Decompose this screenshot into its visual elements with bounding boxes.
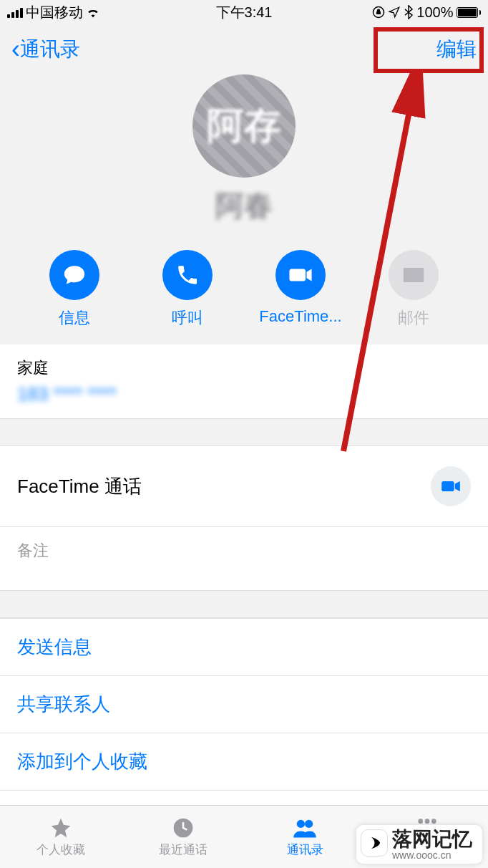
mail-label: 邮件 (398, 307, 429, 329)
tab-favorites[interactable]: 个人收藏 (0, 806, 122, 868)
video-icon (441, 476, 461, 496)
phone-cell[interactable]: 家庭 183 **** **** (0, 344, 488, 419)
message-icon (49, 250, 99, 300)
svg-point-5 (418, 819, 423, 824)
message-label: 信息 (59, 307, 90, 329)
share-contact-link[interactable]: 共享联系人 (0, 676, 488, 733)
battery-icon (457, 7, 482, 18)
notes-cell[interactable]: 备注 (0, 527, 488, 591)
tab-contacts-label: 通讯录 (287, 842, 323, 858)
mail-button: 邮件 (374, 250, 453, 329)
video-icon (275, 250, 326, 300)
status-bar: 中国移动 下午3:41 100% (0, 0, 488, 24)
clock-icon (170, 816, 196, 839)
back-label: 通讯录 (20, 36, 80, 63)
facetime-row-label: FaceTime 通话 (17, 474, 142, 499)
tab-recents-label: 最近通话 (159, 842, 208, 858)
watermark-logo-icon (361, 829, 388, 857)
nav-bar: ‹ 通讯录 编辑 (0, 24, 488, 74)
edit-button[interactable]: 编辑 (436, 36, 477, 63)
svg-point-7 (431, 819, 436, 824)
section-gap (0, 591, 488, 618)
tab-recents[interactable]: 最近通话 (122, 806, 245, 868)
contact-name: 阿春 (0, 186, 488, 226)
facetime-label: FaceTime... (259, 307, 341, 326)
add-favorite-link[interactable]: 添加到个人收藏 (0, 733, 488, 791)
carrier-label: 中国移动 (26, 3, 83, 22)
location-icon (388, 6, 401, 19)
call-label: 呼叫 (172, 307, 203, 329)
message-button[interactable]: 信息 (35, 250, 114, 329)
watermark-url: www.oooc.cn (392, 849, 472, 861)
facetime-video-button[interactable] (431, 466, 471, 506)
status-time: 下午3:41 (216, 3, 273, 22)
status-right: 100% (372, 4, 481, 21)
phone-label: 家庭 (17, 357, 471, 379)
svg-point-3 (297, 819, 305, 827)
watermark: 落网记忆 www.oooc.cn (356, 825, 482, 864)
contact-actions: 信息 呼叫 FaceTime... 邮件 (0, 238, 488, 344)
contacts-icon (292, 816, 318, 839)
watermark-title: 落网记忆 (392, 829, 472, 849)
bluetooth-icon (404, 5, 414, 19)
status-left: 中国移动 (7, 3, 100, 22)
star-icon (48, 816, 74, 839)
chevron-left-icon: ‹ (11, 37, 20, 62)
avatar-initials: 阿存 (207, 101, 281, 151)
back-button[interactable]: ‹ 通讯录 (11, 36, 80, 63)
call-button[interactable]: 呼叫 (148, 250, 227, 329)
contact-avatar[interactable]: 阿存 (192, 74, 296, 178)
facetime-button[interactable]: FaceTime... (261, 250, 340, 329)
contact-header: 阿存 阿春 (0, 74, 488, 238)
orientation-lock-icon (372, 6, 385, 19)
wifi-icon (86, 6, 100, 18)
battery-percent: 100% (416, 4, 453, 21)
svg-point-6 (424, 819, 429, 824)
section-gap (0, 419, 488, 446)
mail-icon (389, 250, 439, 300)
send-message-link[interactable]: 发送信息 (0, 618, 488, 676)
svg-point-4 (305, 819, 313, 827)
phone-icon (162, 250, 213, 300)
tab-favorites-label: 个人收藏 (36, 842, 85, 858)
phone-value: 183 **** **** (17, 383, 471, 405)
tab-contacts[interactable]: 通讯录 (244, 806, 366, 868)
facetime-row: FaceTime 通话 (0, 446, 488, 527)
signal-icon (7, 6, 23, 18)
